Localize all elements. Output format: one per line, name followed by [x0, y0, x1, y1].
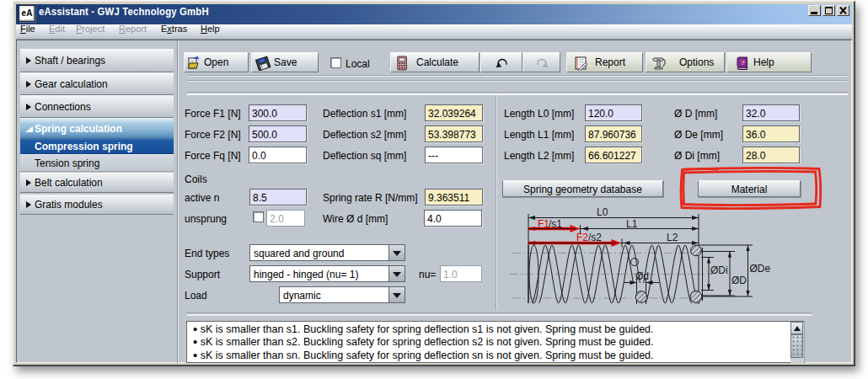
svg-text:ØDi: ØDi	[710, 264, 728, 276]
svg-text:?: ?	[741, 59, 745, 67]
svg-text:L0: L0	[597, 206, 608, 218]
svg-text:L1: L1	[626, 218, 638, 230]
svg-text:F2: F2	[576, 232, 588, 243]
svg-text:Ød: Ød	[635, 270, 649, 282]
svg-text:/s1: /s1	[549, 218, 562, 230]
svg-text:/s2: /s2	[588, 232, 602, 243]
svg-text:L2: L2	[667, 232, 678, 243]
svg-text:ØDe: ØDe	[750, 263, 771, 275]
svg-text:ØD: ØD	[731, 275, 747, 286]
